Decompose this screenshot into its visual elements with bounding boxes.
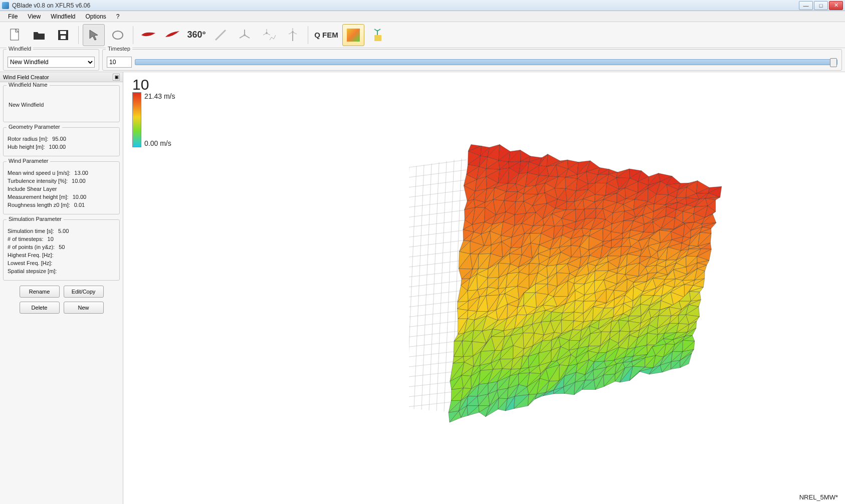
panel-header: Wind Field Creator ▣ [0,72,123,82]
wind-label: Mean wind speed u [m/s]: [8,170,70,176]
wind-row: Turbulence intensity [%]:10.00 [8,177,115,185]
qfem-icon[interactable]: Q FEM [312,24,340,46]
colorbar-gradient [132,92,141,147]
timestep-input[interactable] [107,57,132,68]
timestep-slider[interactable] [135,59,837,65]
window-controls: — □ ✕ [799,1,843,10]
sim-value: 5.00 [58,228,69,234]
svg-line-9 [240,35,245,38]
svg-line-28 [429,162,439,410]
window-titlebar: QBlade v0.8 on XFLR5 v6.06 — □ ✕ [0,0,845,11]
svg-line-17 [293,32,297,34]
colorbar: 21.43 m/s 0.00 m/s [132,92,175,147]
toolbar: 360° Q FEM [0,22,845,48]
sim-row: Simulation time [s]:5.00 [8,227,115,235]
wind-label: Include Shear Layer [8,186,57,192]
geometry-value: 95.00 [52,136,66,142]
timestep-group: Timestep [102,49,842,71]
open-folder-icon[interactable] [28,24,50,46]
geometry-row: Rotor radius [m]:95.00 [8,135,115,143]
wind-turbine-sim-icon[interactable] [366,24,388,46]
main-area: Wind Field Creator ▣ Windfield Name New … [0,72,845,504]
sim-label: Lowest Freq. [Hz]: [8,260,52,266]
windfield-name-value: New Windfield [8,93,115,117]
wind-label: Roughness length z0 [m]: [8,202,70,208]
app-icon [2,2,9,9]
sim-row: Highest Freq. [Hz]: [8,251,115,259]
wind-legend: Wind Parameter [7,158,50,164]
side-panel: Wind Field Creator ▣ Windfield Name New … [0,72,123,504]
timestep-slider-thumb[interactable] [830,58,837,67]
sim-label: Highest Freq. [Hz]: [8,252,54,258]
geometry-label: Hub height [m]: [8,144,45,150]
windfield-name-group: Windfield Name New Windfield [3,85,120,122]
svg-line-44 [409,270,467,278]
editcopy-button[interactable]: Edit/Copy [64,286,104,298]
wind-group: Wind Parameter Mean wind speed u [m/s]:1… [3,161,120,214]
viewport-3d[interactable]: 10 21.43 m/s 0.00 m/s NREL_5MW* [123,72,845,504]
sim-row: Lowest Freq. [Hz]: [8,259,115,267]
maximize-button[interactable]: □ [814,1,828,10]
sim-group: Simulation Parameter Simulation time [s]… [3,219,120,281]
svg-line-39 [409,220,467,227]
svg-line-35 [409,180,467,187]
new-document-icon[interactable] [4,24,26,46]
model-name-label: NREL_5MW* [799,493,838,501]
svg-line-18 [289,32,293,34]
svg-line-46 [409,290,467,298]
save-disk-icon[interactable] [52,24,74,46]
close-button[interactable]: ✕ [829,1,843,10]
wind-row: Mean wind speed u [m/s]:13.00 [8,169,115,177]
svg-line-27 [421,164,432,410]
turbine-tower-icon[interactable] [282,24,304,46]
svg-rect-3 [61,36,66,39]
svg-line-12 [267,33,270,35]
menu-windfield[interactable]: Windfield [46,12,80,21]
controls-row: Windfield New Windfield Timestep [0,48,845,72]
menu-view[interactable]: View [23,12,46,21]
windfield-select[interactable]: New Windfield [8,57,95,68]
windfield-group: Windfield New Windfield [3,49,99,71]
minimize-button[interactable]: — [799,1,813,10]
svg-point-4 [113,31,123,39]
geometry-row: Hub height [m]:100.00 [8,143,115,151]
svg-line-41 [409,240,467,247]
svg-rect-19 [347,29,360,42]
turbine-chart-icon[interactable] [258,24,280,46]
svg-line-5 [216,30,226,40]
svg-rect-20 [374,35,381,41]
viewport-timestep-label: 10 [132,76,149,93]
panel-collapse-icon[interactable]: ▣ [113,74,120,81]
wind-map-icon[interactable] [342,24,364,46]
turbine-3blade-icon[interactable] [234,24,256,46]
line-tool-icon[interactable] [209,24,232,46]
svg-line-33 [409,160,467,167]
cursor-arrow-icon[interactable] [83,24,105,46]
windfield-legend: Windfield [7,46,33,52]
windfield-name-legend: Windfield Name [7,82,50,88]
sim-row: # of points (in y&z):50 [8,243,115,251]
delete-button[interactable]: Delete [20,302,60,314]
wind-value: 10.00 [73,194,87,200]
wind-label: Turbulence intensity [%]: [8,178,68,184]
wind-row: Roughness length z0 [m]:0.01 [8,201,115,209]
menu-file[interactable]: File [3,12,23,21]
airfoil-red-1-icon[interactable] [137,24,159,46]
new-button[interactable]: New [64,302,104,314]
windfield-mesh [409,102,780,463]
angle-360-icon[interactable]: 360° [185,24,207,46]
airfoil-red-2-icon[interactable] [161,24,183,46]
sim-row: # of timesteps:10 [8,235,115,243]
menu-options[interactable]: Options [81,12,111,21]
sim-label: # of timesteps: [8,236,44,242]
svg-line-45 [409,280,467,288]
rename-button[interactable]: Rename [20,286,60,298]
sim-row: Spatial stepsize [m]: [8,267,115,275]
wind-value: 13.00 [74,170,88,176]
sim-value: 10 [48,236,54,242]
window-title: QBlade v0.8 on XFLR5 v6.06 [12,2,799,9]
svg-line-40 [409,230,467,237]
menu-help[interactable]: ? [111,12,125,21]
shape-outline-icon[interactable] [107,24,129,46]
timestep-legend: Timestep [106,46,132,52]
